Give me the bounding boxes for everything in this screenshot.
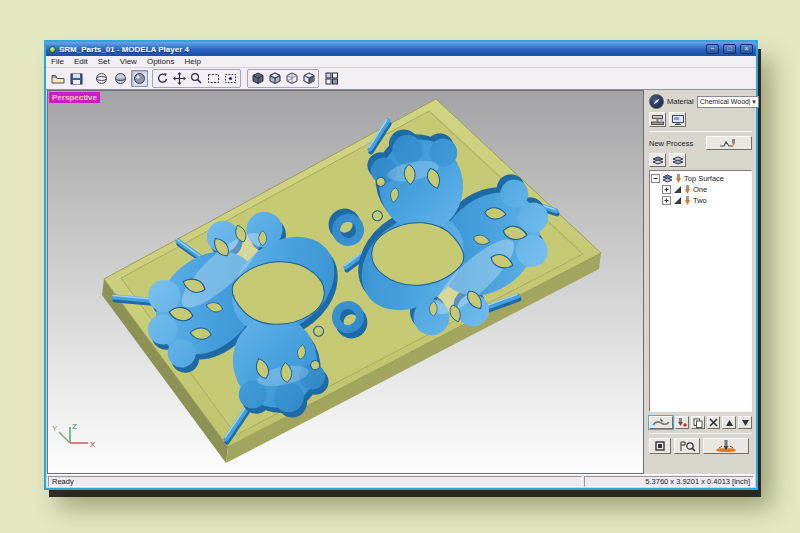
cut-control-row [649,438,752,454]
rotate-view-button[interactable] [154,70,171,87]
material-select[interactable]: Chemical Wood ▼ [697,96,759,108]
move-down-button[interactable] [738,416,752,429]
zoom-box-button[interactable] [222,70,239,87]
shade-mode-1-button[interactable] [93,70,110,87]
model-info-button[interactable] [649,94,664,109]
sphere-icon [95,72,108,85]
iso-view-3-button[interactable] [283,70,300,87]
shade-mode-3-button[interactable] [131,70,148,87]
axis-indicator: Z X Y [52,422,96,449]
svg-text:Y: Y [52,424,58,433]
monitor-icon [672,115,684,125]
fit-view-button[interactable] [205,70,222,87]
cube-icon [268,72,282,85]
grid-panes-icon [325,72,339,85]
delete-x-icon [709,418,718,427]
preview-cut-button[interactable] [674,438,700,454]
zoom-view-button[interactable] [188,70,205,87]
menu-file[interactable]: File [51,57,64,66]
close-button[interactable]: × [740,44,753,54]
cutter-icon [684,196,691,206]
tree-item-top-surface[interactable]: Top Surface [651,173,750,184]
model-display-button[interactable] [669,112,686,127]
stop-square-icon [655,441,665,451]
cube-icon [285,72,299,85]
toolpath-cutter-icon [719,138,739,149]
magnifier-icon [190,72,203,85]
tree-item-one[interactable]: One [651,184,750,195]
iso-view-2-button[interactable] [266,70,283,87]
menu-help[interactable]: Help [184,57,200,66]
sphere-icon [114,72,127,85]
new-process-button[interactable] [706,136,752,150]
add-tool-button[interactable] [675,416,689,429]
model-dimensions: 5.3760 x 3.9201 x 0.4013 [inch] [584,476,754,487]
title-bar[interactable]: SRM_Parts_01 - MODELA Player 4 − □ × [46,42,756,56]
arrow-down-icon [741,419,750,427]
cube-icon [251,72,265,85]
compass-icon [652,97,661,106]
process-edit-row [649,416,752,429]
delete-process-button[interactable] [707,416,721,429]
surface-group-icon [662,174,673,183]
open-folder-icon [51,73,65,85]
output-list-tab[interactable] [669,153,686,167]
save-file-button[interactable] [68,70,85,87]
app-icon [49,46,56,53]
machine-setup-button[interactable] [649,112,666,127]
panel-divider [649,433,752,434]
layers-icon [652,156,664,165]
status-message: Ready [48,476,582,487]
svg-text:Z: Z [72,422,77,431]
viewport-3d[interactable]: Perspective [47,90,644,474]
rotate-icon [156,72,169,85]
fit-rect-icon [207,72,220,85]
expand-icon[interactable] [662,196,671,205]
cutting-start-icon [713,440,739,452]
pan-icon [173,72,186,85]
cutting-surface-icon [652,418,670,427]
iso-view-4-button[interactable] [300,70,317,87]
open-file-button[interactable] [49,70,66,87]
copy-icon [693,418,703,428]
projection-badge: Perspective [49,92,100,103]
preview-magnifier-icon [679,441,696,452]
copy-process-button[interactable] [691,416,705,429]
pan-view-button[interactable] [171,70,188,87]
maximize-button[interactable]: □ [723,44,736,54]
expand-icon[interactable] [662,185,671,194]
arrow-up-icon [725,419,734,427]
process-list-tab[interactable] [649,153,666,167]
toolbar [46,68,756,90]
layers-alt-icon [672,156,684,165]
four-pane-view-button[interactable] [323,70,340,87]
stop-button[interactable] [649,438,671,454]
menu-options[interactable]: Options [147,57,175,66]
cutter-icon [684,185,691,195]
collapse-icon[interactable] [651,174,660,183]
material-label: Material [667,97,694,106]
tree-item-two[interactable]: Two [651,195,750,206]
view-tool-group [152,69,241,88]
panel-divider [649,131,752,132]
svg-text:X: X [90,440,96,449]
minimize-button[interactable]: − [706,44,719,54]
start-cutting-button[interactable] [703,438,749,454]
edit-process-button[interactable] [649,416,673,429]
menu-set[interactable]: Set [98,57,110,66]
sphere-icon [133,72,146,85]
surface-part-icon [673,185,682,194]
shade-mode-2-button[interactable] [112,70,129,87]
cutter-plus-icon [676,418,687,428]
milling-machine-icon [651,115,664,125]
move-up-button[interactable] [722,416,736,429]
window-title: SRM_Parts_01 - MODELA Player 4 [59,45,702,54]
iso-view-1-button[interactable] [249,70,266,87]
menu-bar: File Edit Set View Options Help [46,56,756,68]
save-icon [70,73,83,85]
desktop: { "window": { "title": "SRM_Parts_01 - M… [0,0,800,533]
cube-icon [302,72,316,85]
menu-edit[interactable]: Edit [74,57,88,66]
menu-view[interactable]: View [120,57,137,66]
process-tree: Top Surface One Two [649,170,752,412]
